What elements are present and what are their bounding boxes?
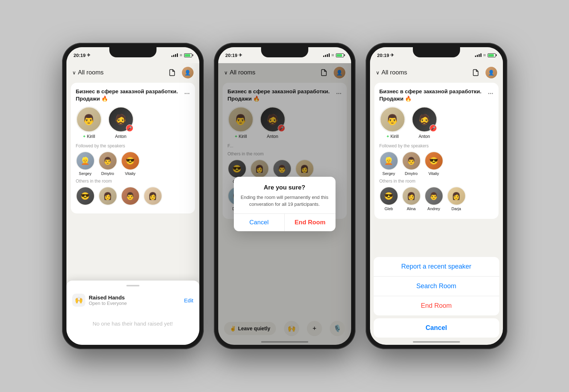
action-sheet-cancel-btn-3[interactable]: Cancel — [374, 318, 499, 338]
speakers-row-1: 👨 ✦ Kirill 🧔 — [76, 106, 190, 139]
others-3-1[interactable]: 👨 — [121, 187, 140, 205]
others-1-1[interactable]: 😎 — [76, 187, 95, 205]
avatar-vitaliy-3: 😎 — [424, 151, 443, 170]
phones-container: 20:19 ✈ ⌗ — [62, 43, 507, 349]
report-speaker-btn-3[interactable]: Report a recent speaker — [374, 257, 499, 277]
nav-title-1[interactable]: ∨ All rooms — [72, 69, 104, 76]
followed-vitaliy-1[interactable]: 😎 Vitaliy — [121, 151, 140, 176]
screen-content-2: ∨ All rooms 👤 — [218, 63, 351, 345]
dialog-body-2: Ending the room will permanently end thi… — [240, 194, 330, 207]
status-icons-2: ⌗ — [323, 53, 344, 58]
signal-icon-1 — [171, 53, 178, 57]
others-label-3: Others in the room — [379, 179, 493, 184]
followed-vitaliy-3[interactable]: 😎 Vitaliy — [424, 151, 443, 176]
nav-icons-1: 👤 — [167, 67, 194, 78]
bar1-2 — [323, 56, 324, 57]
speaker-anton-3[interactable]: 🧔 🎤 Anton — [411, 106, 438, 139]
nav-title-3[interactable]: ∨ All rooms — [376, 69, 407, 76]
notch-1 — [109, 47, 157, 57]
bar2-3 — [477, 55, 478, 57]
others-darja-3[interactable]: 👩 Darja — [447, 187, 466, 211]
compose-icon-3[interactable] — [470, 67, 481, 78]
followed-dmytro-3[interactable]: 👨 Dmytro — [402, 151, 421, 176]
battery-icon-1 — [184, 53, 192, 57]
speaker-kirill-3[interactable]: 👨 ✦ Kirill — [379, 106, 406, 139]
wifi-icon-1: ⌗ — [180, 53, 182, 58]
bar2-2 — [325, 55, 326, 57]
others-gleb-3[interactable]: 😎 Gleb — [379, 187, 398, 211]
followed-label-1: Followed by the speakers — [76, 143, 190, 148]
top-nav-3: ∨ All rooms 👤 — [370, 63, 503, 81]
bar2 — [173, 55, 174, 57]
others-4-1[interactable]: 👩 — [143, 187, 162, 205]
dialog-cancel-btn-2[interactable]: Cancel — [234, 214, 285, 231]
phone-2-screen: 20:19 ✈ ⌗ — [218, 47, 351, 345]
sheet-title-1: Raised Hands — [89, 294, 180, 301]
room-more-1[interactable]: ... — [184, 88, 190, 96]
user-avatar-nav-3[interactable]: 👤 — [485, 67, 497, 78]
bar3 — [175, 54, 176, 57]
sheet-info-1: Raised Hands Open to Everyone — [89, 294, 180, 306]
wifi-icon-2: ⌗ — [332, 53, 334, 58]
room-card-1: ... Бизнес в сфере заказной разработки. … — [71, 83, 195, 213]
phone-2: 20:19 ✈ ⌗ — [214, 43, 355, 349]
phone-1-screen: 20:19 ✈ ⌗ — [66, 47, 199, 345]
followed-dmytro-1[interactable]: 👨 Dmytro — [98, 151, 117, 176]
avatar-sergey-3: 👱 — [379, 151, 398, 170]
speaker-kirill-1[interactable]: 👨 ✦ Kirill — [76, 106, 102, 139]
bar3-3 — [479, 54, 480, 57]
dialog-confirm-btn-2[interactable]: End Room — [285, 214, 336, 231]
search-room-btn-3[interactable]: Search Room — [374, 277, 499, 296]
followed-sergey-1[interactable]: 👱 Sergey — [76, 151, 95, 176]
battery-icon-3 — [488, 53, 496, 57]
notch-2 — [261, 47, 308, 57]
others-alina-3[interactable]: 👩 Alina — [402, 187, 421, 211]
speaker-avatar-wrap-kirill-1: 👨 — [76, 106, 102, 132]
chevron-icon-3: ∨ — [376, 70, 379, 75]
bar1-3 — [475, 56, 476, 57]
avatar-dmytro-1: 👨 — [98, 151, 117, 170]
room-title-3: ... Бизнес в сфере заказной разработки. … — [379, 88, 493, 102]
followed-label-3: Followed by the speakers — [379, 143, 493, 148]
avatar-others4-1: 👩 — [143, 187, 162, 205]
followed-row-3: 👱 Sergey 👨 Dmytro 😎 Vitaliy — [379, 151, 493, 176]
bar4 — [177, 53, 178, 57]
speaker-anton-1[interactable]: 🧔 🎤 Anton — [108, 106, 134, 139]
bar1 — [171, 56, 172, 57]
dialog-actions-2: Cancel End Room — [234, 213, 336, 231]
avatar-dmytro-3: 👨 — [402, 151, 421, 170]
speaker-badge-kirill-1: ✦ Kirill — [82, 134, 95, 139]
speaker-avatar-kirill-1: 👨 — [76, 106, 102, 132]
followed-row-1: 👱 Sergey 👨 Dmytro 😎 Vitaliy — [76, 151, 190, 176]
followed-sergey-3[interactable]: 👱 Sergey — [379, 151, 398, 176]
action-sheet-3: Report a recent speaker Search Room End … — [370, 257, 503, 345]
room-title-1: ... Бизнес в сфере заказной разработки. … — [76, 88, 190, 102]
notch-3 — [413, 47, 460, 57]
user-avatar-nav-1[interactable]: 👤 — [182, 67, 194, 78]
avatar-darja-3: 👩 — [447, 187, 466, 205]
avatar-alina-3: 👩 — [402, 187, 421, 205]
chevron-icon-1: ∨ — [72, 70, 76, 75]
sheet-handle-1 — [126, 285, 139, 286]
others-andrey-3[interactable]: 👨 Andrey — [424, 187, 443, 211]
compose-icon-1[interactable] — [167, 67, 178, 78]
phone-3-screen: 20:19 ✈ ⌗ — [370, 47, 503, 345]
wifi-icon-3: ⌗ — [483, 53, 486, 58]
signal-icon-2 — [323, 53, 330, 57]
hands-icon-1: 🙌 — [72, 294, 85, 307]
status-bar-1: 20:19 ✈ ⌗ — [66, 47, 199, 63]
sheet-edit-btn-1[interactable]: Edit — [184, 297, 194, 303]
others-2-1[interactable]: 👩 — [98, 187, 117, 205]
status-icons-1: ⌗ — [171, 53, 192, 58]
room-more-3[interactable]: ... — [488, 88, 493, 96]
battery-icon-2 — [336, 53, 344, 57]
nav-icons-3: 👤 — [470, 67, 497, 78]
others-row-1: 😎 👩 👨 👩 — [76, 187, 190, 205]
speaker-avatar-wrap-anton-1: 🧔 🎤 — [108, 106, 134, 132]
end-room-btn-3[interactable]: End Room — [374, 296, 499, 315]
raised-hands-sheet-1: 🙌 Raised Hands Open to Everyone Edit No … — [66, 281, 199, 345]
time-3: 20:19 ✈ — [377, 53, 394, 58]
battery-fill-3 — [488, 54, 494, 57]
speakers-row-3: 👨 ✦ Kirill 🧔 — [379, 106, 493, 139]
phone-1: 20:19 ✈ ⌗ — [62, 43, 204, 349]
